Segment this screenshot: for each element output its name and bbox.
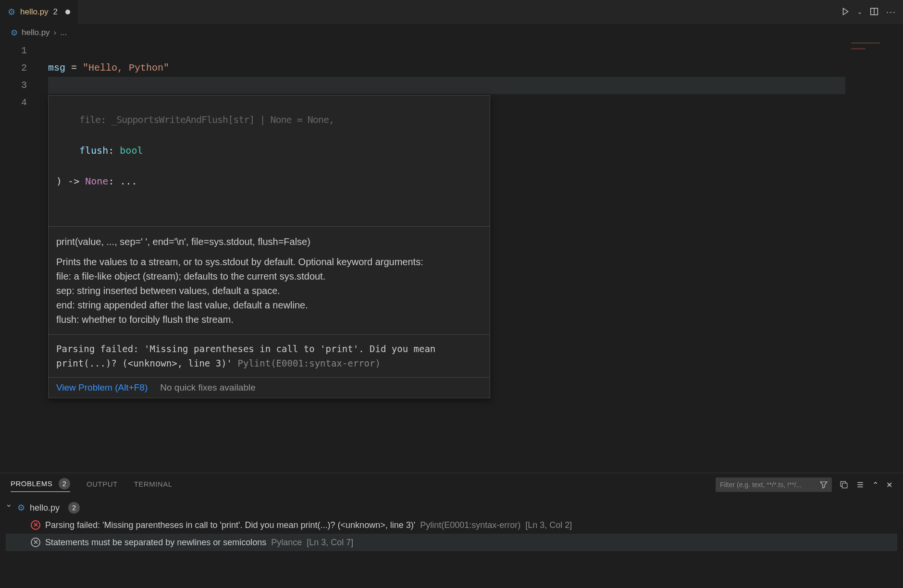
error-icon: ✕ — [31, 520, 40, 530]
file-problem-count: 2 — [68, 502, 80, 514]
line-number: 4 — [0, 94, 27, 111]
line-number-gutter: 1 2 3 4 — [0, 41, 34, 473]
svg-rect-3 — [842, 483, 847, 488]
minimap[interactable] — [851, 42, 899, 61]
info-icon: ✕ — [31, 538, 40, 547]
tab-output[interactable]: OUTPUT — [87, 480, 118, 490]
editor-tab-hello-py[interactable]: ⚙ hello.py 2 — [0, 0, 78, 24]
view-problem-link[interactable]: View Problem (Alt+F8) — [56, 382, 148, 393]
problem-item[interactable]: ✕ Statements must be separated by newlin… — [6, 534, 897, 551]
panel-tab-bar: PROBLEMS 2 OUTPUT TERMINAL ⌃ ✕ — [0, 473, 903, 496]
problem-item[interactable]: ✕ Parsing failed: 'Missing parentheses i… — [6, 516, 897, 534]
hover-signature: file: _SupportsWriteAndFlush[str] | None… — [49, 96, 490, 227]
editor-actions: ⌄ ··· — [841, 7, 896, 17]
hover-documentation: print(value, ..., sep=' ', end='\n', fil… — [49, 227, 490, 335]
hover-actions: View Problem (Alt+F8) No quick fixes ava… — [49, 378, 490, 398]
breadcrumb-file: hello.py — [22, 28, 50, 37]
close-panel-icon[interactable]: ✕ — [886, 480, 892, 490]
problems-file-name: hello.py — [30, 499, 60, 516]
bottom-panel: PROBLEMS 2 OUTPUT TERMINAL ⌃ ✕ — [0, 473, 903, 588]
problems-count-badge: 2 — [59, 478, 70, 490]
view-as-list-icon[interactable] — [856, 480, 865, 489]
filter-text-input[interactable] — [720, 481, 816, 489]
chevron-down-icon: › — [0, 504, 18, 511]
problems-file-group[interactable]: › ⚙ hello.py 2 — [6, 499, 897, 516]
hover-tooltip: file: _SupportsWriteAndFlush[str] | None… — [48, 95, 490, 398]
problems-filter-input[interactable] — [716, 478, 832, 492]
hover-error-message: Parsing failed: 'Missing parentheses in … — [49, 335, 490, 378]
tab-problems[interactable]: PROBLEMS 2 — [11, 478, 70, 492]
tab-filename: hello.py — [20, 7, 49, 17]
split-editor-button[interactable] — [870, 7, 878, 17]
collapse-all-icon[interactable] — [840, 480, 848, 489]
tab-problem-count: 2 — [53, 7, 58, 17]
run-button[interactable] — [841, 7, 850, 17]
breadcrumb-scope: ... — [60, 28, 67, 37]
python-file-icon: ⚙ — [17, 499, 25, 516]
editor[interactable]: 1 2 3 4 msg = "Hello, Python" print msg … — [0, 41, 903, 473]
maximize-panel-icon[interactable]: ⌃ — [872, 480, 878, 490]
line-number: 1 — [0, 42, 27, 60]
tab-bar: ⚙ hello.py 2 ⌄ ··· — [0, 0, 903, 24]
python-file-icon: ⚙ — [11, 28, 18, 38]
filter-icon[interactable] — [820, 481, 828, 489]
no-quick-fixes-label: No quick fixes available — [160, 382, 256, 393]
chevron-right-icon: › — [54, 28, 57, 37]
problems-list: › ⚙ hello.py 2 ✕ Parsing failed: 'Missin… — [0, 496, 903, 588]
python-file-icon: ⚙ — [8, 7, 15, 17]
dirty-indicator-icon — [65, 10, 70, 14]
run-dropdown-icon[interactable]: ⌄ — [857, 9, 862, 15]
tab-terminal[interactable]: TERMINAL — [134, 480, 173, 490]
line-number: 2 — [0, 60, 27, 77]
more-actions-button[interactable]: ··· — [886, 7, 896, 17]
breadcrumb[interactable]: ⚙ hello.py › ... — [0, 24, 903, 41]
line-number: 3 — [0, 77, 27, 94]
